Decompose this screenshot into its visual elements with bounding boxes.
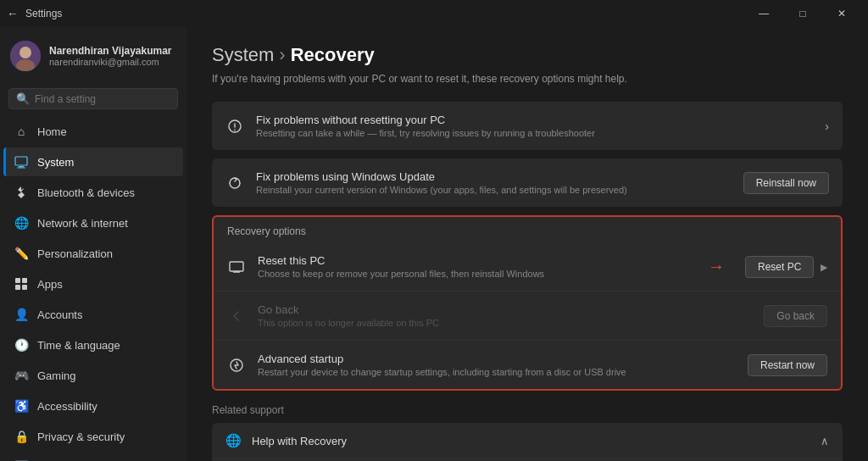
personalization-icon: ✏️ [14, 246, 29, 261]
fix-problems-chevron: › [825, 119, 829, 133]
nav-time-label: Time & language [37, 339, 120, 352]
breadcrumb-current: Recovery [291, 44, 375, 66]
go-back-row: Go back This option is no longer availab… [214, 292, 841, 341]
fix-windows-update-row: Fix problems using Windows Update Reinst… [212, 158, 843, 207]
bluetooth-icon [14, 185, 29, 200]
arrow-annotation: → [708, 257, 725, 276]
main-layout: Narendhiran Vijayakumar narendiranviki@g… [0, 27, 868, 461]
maximize-button[interactable]: □ [783, 0, 822, 27]
titlebar-controls: — □ ✕ [744, 0, 861, 27]
svg-rect-8 [15, 285, 20, 290]
help-recovery-card: 🌐 Help with Recovery ∧ Creating a recove… [212, 423, 843, 461]
help-recovery-chevron: ∧ [821, 435, 829, 447]
nav-update[interactable]: 🔄 Windows Update [3, 453, 183, 461]
advanced-startup-text: Advanced startup Restart your device to … [258, 353, 736, 377]
fix-update-title: Fix problems using Windows Update [256, 170, 732, 183]
go-back-button[interactable]: Go back [764, 305, 827, 327]
go-back-icon [227, 307, 246, 325]
back-button[interactable]: ← [7, 7, 19, 20]
reset-pc-icon [227, 258, 246, 276]
cursor-indicator: ▶ [821, 262, 827, 272]
apps-icon [14, 276, 29, 292]
search-icon: 🔍 [16, 92, 30, 105]
svg-rect-6 [15, 278, 20, 283]
search-input[interactable] [35, 93, 170, 105]
user-name: Narendhiran Vijayakumar [49, 45, 172, 57]
nav-network[interactable]: 🌐 Network & internet [3, 208, 183, 237]
minimize-button[interactable]: — [744, 0, 783, 27]
nav-accessibility-label: Accessibility [37, 400, 97, 413]
fix-problems-title: Fix problems without resetting your PC [256, 114, 813, 126]
nav-system[interactable]: System [3, 147, 183, 176]
fix-update-icon [225, 174, 244, 192]
chevron-right-icon: › [825, 119, 829, 133]
user-email: narendiranviki@gmail.com [49, 57, 172, 67]
help-recovery-icon: 🌐 [225, 433, 242, 448]
nav-privacy[interactable]: 🔒 Privacy & security [3, 422, 183, 451]
nav-personalization-label: Personalization [37, 247, 113, 260]
titlebar: ← Settings — □ ✕ [0, 0, 868, 27]
reset-pc-action: Reset PC ▶ [745, 256, 827, 278]
nav-accounts-label: Accounts [37, 308, 82, 321]
arrow-icon: → [708, 257, 725, 276]
avatar [10, 41, 41, 71]
reinstall-now-button[interactable]: Reinstall now [743, 172, 829, 194]
fix-update-text: Fix problems using Windows Update Reinst… [256, 170, 732, 195]
nav-privacy-label: Privacy & security [37, 430, 125, 443]
user-profile[interactable]: Narendhiran Vijayakumar narendiranviki@g… [0, 27, 186, 85]
time-icon: 🕐 [14, 337, 29, 353]
accessibility-icon: ♿ [14, 398, 29, 414]
nav-system-label: System [37, 156, 74, 169]
nav-apps-label: Apps [37, 278, 63, 291]
nav-bluetooth-label: Bluetooth & devices [37, 186, 135, 199]
reset-pc-title: Reset this PC [258, 254, 696, 267]
accounts-icon: 👤 [14, 307, 29, 322]
go-back-title: Go back [258, 303, 752, 316]
nav-bluetooth[interactable]: Bluetooth & devices [3, 178, 183, 207]
svg-point-1 [19, 47, 31, 58]
reset-pc-button[interactable]: Reset PC [745, 256, 814, 278]
go-back-text: Go back This option is no longer availab… [258, 303, 752, 328]
nav-gaming[interactable]: 🎮 Gaming [3, 361, 183, 390]
reset-pc-desc: Choose to keep or remove your personal f… [258, 269, 696, 279]
fix-problems-icon [225, 117, 244, 136]
help-recovery-row[interactable]: 🌐 Help with Recovery ∧ [212, 423, 843, 459]
related-support: Related support 🌐 Help with Recovery ∧ C… [212, 399, 843, 461]
fix-update-desc: Reinstall your current version of Window… [256, 185, 732, 195]
reinstall-now-action: Reinstall now [743, 172, 829, 194]
nav-apps[interactable]: Apps [3, 269, 183, 298]
privacy-icon: 🔒 [14, 429, 29, 444]
nav-home[interactable]: ⌂ Home [3, 117, 183, 146]
nav-accounts[interactable]: 👤 Accounts [3, 300, 183, 329]
go-back-action: Go back [764, 305, 827, 327]
fix-windows-update-card: Fix problems using Windows Update Reinst… [212, 158, 843, 207]
svg-rect-4 [19, 166, 24, 168]
close-button[interactable]: ✕ [822, 0, 861, 27]
nav-accessibility[interactable]: ♿ Accessibility [3, 392, 183, 420]
fix-problems-row[interactable]: Fix problems without resetting your PC R… [212, 102, 843, 150]
nav-personalization[interactable]: ✏️ Personalization [3, 239, 183, 268]
reset-pc-row: Reset this PC Choose to keep or remove y… [214, 242, 841, 292]
advanced-startup-row: Advanced startup Restart your device to … [214, 341, 841, 389]
fix-problems-text: Fix problems without resetting your PC R… [256, 114, 813, 138]
svg-rect-5 [17, 168, 25, 169]
content-area: System › Recovery If you're having probl… [186, 27, 868, 461]
svg-rect-9 [22, 285, 27, 290]
titlebar-left: ← Settings [7, 7, 62, 20]
advanced-startup-icon [227, 356, 246, 375]
home-icon: ⌂ [14, 124, 29, 139]
restart-now-action: Restart now [748, 354, 827, 376]
svg-rect-3 [15, 157, 27, 165]
gaming-icon: 🎮 [14, 368, 29, 383]
restart-now-button[interactable]: Restart now [748, 354, 827, 376]
help-recovery-label: Help with Recovery [252, 435, 810, 447]
svg-rect-11 [230, 262, 243, 271]
nav-time[interactable]: 🕐 Time & language [3, 330, 183, 359]
system-icon [14, 154, 29, 169]
recovery-options-label: Recovery options [214, 217, 841, 242]
fix-problems-desc: Resetting can take a while — first, try … [256, 128, 813, 138]
search-box[interactable]: 🔍 [8, 88, 178, 109]
svg-rect-7 [22, 278, 27, 283]
sidebar: Narendhiran Vijayakumar narendiranviki@g… [0, 27, 186, 461]
nav-network-label: Network & internet [37, 217, 128, 230]
